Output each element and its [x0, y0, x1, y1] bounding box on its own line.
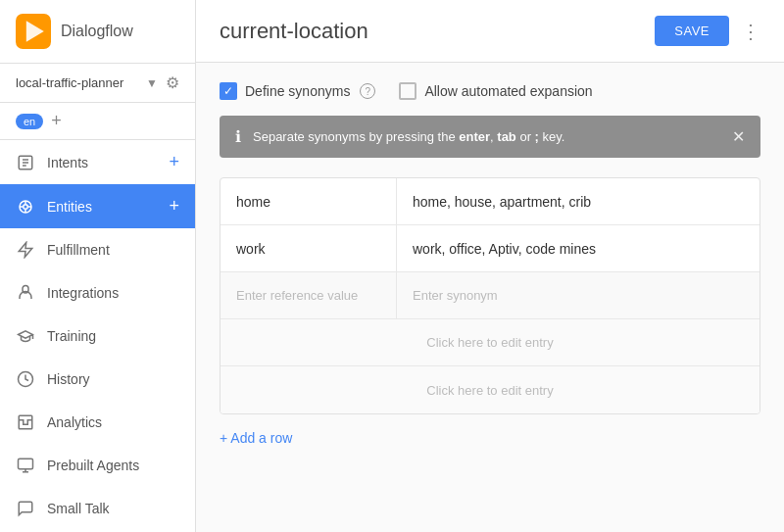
key-placeholder: Enter reference value — [236, 288, 358, 303]
sidebar-item-small-talk[interactable]: Small Talk — [0, 487, 195, 530]
sidebar-item-training[interactable]: Training — [0, 314, 195, 358]
intents-icon — [16, 153, 35, 172]
logo-text: Dialogflow — [61, 23, 133, 40]
svg-rect-14 — [19, 415, 32, 429]
agent-selector[interactable]: local-traffic-planner ▼ ⚙ — [0, 64, 195, 103]
language-badge[interactable]: en — [16, 114, 43, 129]
prebuilt-agents-label: Prebuilt Agents — [47, 458, 179, 473]
table-row[interactable]: work work, office, Aptiv, code mines — [220, 225, 760, 272]
analytics-label: Analytics — [47, 414, 179, 430]
agent-settings-icon[interactable]: ⚙ — [166, 73, 179, 92]
page-title: current-location — [220, 19, 655, 44]
entity-key-home: home — [220, 178, 397, 224]
allow-expansion-check-icon — [399, 82, 416, 100]
svg-point-6 — [24, 204, 28, 209]
value-placeholder: Enter synonym — [413, 288, 498, 303]
training-icon — [16, 326, 35, 346]
allow-expansion-label: Allow automated expansion — [424, 83, 592, 99]
agent-name: local-traffic-planner — [16, 75, 142, 90]
table-row[interactable]: home home, house, apartment, crib — [220, 178, 760, 225]
entities-label: Entities — [47, 199, 169, 215]
define-synonyms-help-icon[interactable]: ? — [360, 83, 375, 99]
integrations-label: Integrations — [47, 285, 179, 301]
save-button[interactable]: SAVE — [655, 16, 729, 46]
entity-values-work: work, office, Aptiv, code mines — [397, 225, 760, 271]
click-to-edit-2: Click here to edit entry — [236, 383, 744, 398]
main-header: current-location SAVE ⋮ — [196, 0, 784, 63]
svg-marker-12 — [19, 243, 32, 258]
integrations-icon — [16, 283, 35, 303]
sidebar-item-analytics[interactable]: Analytics — [0, 401, 195, 444]
add-language-icon[interactable]: + — [51, 111, 62, 131]
small-talk-label: Small Talk — [47, 501, 179, 516]
sidebar-nav: Intents + Entities + Fulfillment Integra… — [0, 140, 195, 532]
entity-table: home home, house, apartment, crib work w… — [220, 177, 760, 414]
entities-add-icon[interactable]: + — [169, 196, 179, 217]
main-panel: current-location SAVE ⋮ Define synonyms … — [196, 0, 784, 532]
entity-values-home: home, house, apartment, crib — [397, 178, 760, 224]
history-icon — [16, 369, 35, 389]
info-banner-close-icon[interactable]: ✕ — [732, 127, 745, 146]
agent-dropdown-arrow: ▼ — [146, 76, 158, 90]
allow-expansion-checkbox[interactable]: Allow automated expansion — [399, 82, 592, 100]
define-synonyms-check-icon — [220, 82, 237, 100]
sidebar-item-entities[interactable]: Entities + — [0, 184, 195, 228]
small-talk-icon — [16, 499, 35, 518]
sidebar: Dialogflow local-traffic-planner ▼ ⚙ en … — [0, 0, 196, 532]
define-synonyms-label: Define synonyms — [245, 83, 350, 99]
entity-key-work: work — [220, 225, 397, 271]
history-label: History — [47, 371, 179, 387]
add-row-link[interactable]: + Add a row — [220, 430, 292, 446]
table-row[interactable]: Click here to edit entry — [220, 319, 760, 366]
intents-label: Intents — [47, 155, 169, 170]
sidebar-header: Dialogflow — [0, 0, 195, 64]
main-content: Define synonyms ? Allow automated expans… — [196, 63, 784, 532]
options-row: Define synonyms ? Allow automated expans… — [220, 82, 760, 100]
svg-rect-15 — [19, 459, 33, 469]
entity-value-input: Enter synonym — [397, 272, 760, 318]
entity-key-input: Enter reference value — [220, 272, 397, 318]
analytics-icon — [16, 412, 35, 432]
click-to-edit-1: Click here to edit entry — [236, 335, 744, 350]
more-options-icon[interactable]: ⋮ — [741, 20, 760, 43]
fulfillment-icon — [16, 240, 35, 260]
info-banner: ℹ Separate synonyms by pressing the ente… — [220, 116, 760, 158]
sidebar-item-intents[interactable]: Intents + — [0, 140, 195, 184]
sidebar-item-history[interactable]: History — [0, 358, 195, 401]
dialogflow-logo — [16, 14, 51, 49]
training-label: Training — [47, 328, 179, 344]
table-row[interactable]: Click here to edit entry — [220, 366, 760, 413]
sidebar-item-prebuilt-agents[interactable]: Prebuilt Agents — [0, 444, 195, 487]
sidebar-item-integrations[interactable]: Integrations — [0, 271, 195, 314]
new-entity-row[interactable]: Enter reference value Enter synonym — [220, 272, 760, 319]
info-banner-text: Separate synonyms by pressing the enter,… — [253, 129, 732, 144]
fulfillment-label: Fulfillment — [47, 242, 179, 258]
language-row: en + — [0, 103, 195, 140]
prebuilt-agents-icon — [16, 456, 35, 475]
info-circle-icon: ℹ — [235, 127, 241, 146]
sidebar-item-fulfillment[interactable]: Fulfillment — [0, 228, 195, 271]
define-synonyms-checkbox[interactable]: Define synonyms ? — [220, 82, 375, 100]
entities-icon — [16, 197, 35, 217]
intents-add-icon[interactable]: + — [169, 152, 179, 172]
